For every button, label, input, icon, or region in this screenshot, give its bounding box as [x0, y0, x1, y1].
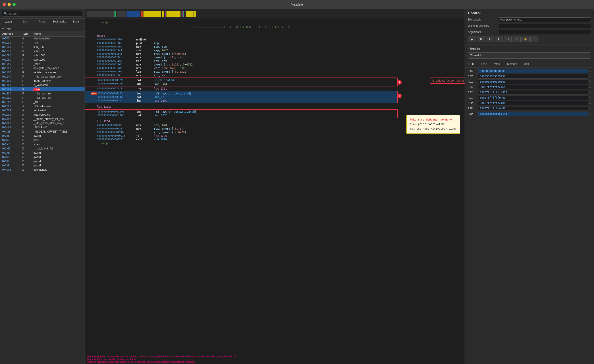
- reg-arrow-icon[interactable]: ○: [589, 107, 591, 110]
- debug-lightning[interactable]: ⚡: [521, 36, 529, 42]
- reg-value-input[interactable]: [478, 85, 588, 89]
- table-row[interactable]: 0x3fc8Dstrlen: [0, 142, 85, 147]
- tab-fpu[interactable]: FPU: [478, 61, 490, 67]
- table-row[interactable]: 0x1100Pregister_tm_clones: [0, 70, 85, 75]
- table-row[interactable]: 0x12a8P_fini: [0, 100, 85, 104]
- reg-value-input[interactable]: [478, 106, 588, 111]
- debug-more[interactable]: …: [530, 36, 539, 42]
- table-row[interactable]: 0x1070Psub_1070: [0, 49, 85, 53]
- tab-bkpts[interactable]: Bkpts: [68, 19, 85, 25]
- reg-value-input[interactable]: [478, 90, 588, 95]
- tab-deb[interactable]: Deb: [520, 61, 533, 67]
- table-row[interactable]: 0x1000P_init: [0, 41, 85, 45]
- table-row[interactable]: 0x12a0P__libc_csu_fini: [0, 96, 85, 100]
- cell-addr: 0x3fd8: [2, 151, 22, 154]
- table-row[interactable]: 0x1180Pframe_dummy: [0, 79, 85, 83]
- debug-pause[interactable]: ⏸: [477, 36, 485, 42]
- code-line-11e6: 000000000000011e6 mov rdi, rax: [85, 73, 398, 77]
- cell-name: frame_dummy: [34, 79, 82, 82]
- workdir-input[interactable]: [499, 24, 591, 28]
- arguments-row: Arguments: [468, 30, 591, 34]
- cell-name: _IO_stdin_used: [34, 105, 82, 108]
- cell-type: D: [22, 156, 34, 159]
- debug-restart[interactable]: ↺: [504, 36, 512, 42]
- code-line-11e2: 000000000000011e2 lea rax, qword [rbp-0x…: [85, 70, 398, 73]
- table-row[interactable]: 0x3fc0Dputs: [0, 138, 85, 142]
- debug-list[interactable]: ≡: [513, 36, 520, 42]
- table-row[interactable]: 0x1090Psub_1090: [0, 58, 85, 62]
- table-row[interactable]: 0x3ff8Dqword: [0, 163, 85, 168]
- table-row[interactable]: 0x2004AaActivated: [0, 109, 85, 113]
- debug-stepover[interactable]: ⬇: [486, 36, 494, 42]
- reg-row: RBX○: [465, 74, 594, 79]
- tab-strs[interactable]: Strs: [17, 19, 34, 25]
- cell-type: P: [22, 71, 34, 74]
- cell-name: qword: [34, 164, 82, 167]
- search-input-wrap[interactable]: 🔍: [2, 11, 83, 16]
- table-row[interactable]: 0x1230P__libc_csu_init: [0, 91, 85, 96]
- maximize-button[interactable]: [13, 3, 16, 6]
- table-row[interactable]: 0x11b9Pmain: [0, 87, 85, 91]
- reg-value-input[interactable]: [478, 74, 588, 79]
- badge-1: 1: [397, 80, 402, 85]
- table-row[interactable]: 0x500Aaltmderegistert: [0, 37, 85, 41]
- reg-arrow-icon[interactable]: ○: [589, 91, 591, 94]
- workdir-label: Working Directory: [468, 24, 497, 27]
- table-row[interactable]: 0x1189Pis_validated: [0, 83, 85, 87]
- tags-row[interactable]: ▶ Tags: [0, 25, 85, 31]
- table-row[interactable]: 0x10a0P_start: [0, 62, 85, 66]
- arguments-input[interactable]: [499, 30, 591, 34]
- minimize-button[interactable]: [7, 3, 11, 6]
- close-button[interactable]: [3, 3, 6, 6]
- reg-value-input[interactable]: [478, 112, 588, 116]
- cell-type: D: [22, 134, 34, 137]
- table-row[interactable]: 0x2000A_IO_stdin_used: [0, 104, 85, 109]
- table-row[interactable]: 0x1060Psub_1060: [0, 45, 85, 49]
- table-row[interactable]: 0x3fa8D_GLOBAL_OFFSET_TABLE_: [0, 130, 85, 134]
- reg-arrow-icon[interactable]: ○: [589, 75, 591, 78]
- cell-type: D: [22, 117, 34, 121]
- cell-name: altmderegistert: [34, 37, 82, 40]
- tab-gpr[interactable]: GPR: [465, 61, 478, 67]
- right-panel: Control Executable Working Directory Arg…: [465, 9, 594, 364]
- search-input[interactable]: [9, 12, 81, 15]
- reg-name-label: RSP: [468, 107, 477, 110]
- reg-name-label: RDI: [468, 96, 477, 99]
- tab-bookmarks[interactable]: Bookmarks: [51, 19, 68, 25]
- table-row[interactable]: 0x3db0D__do_global_dtors_aux_f: [0, 121, 85, 125]
- table-row[interactable]: 0x3da8D__frame_dummy_init_arr.: [0, 117, 85, 121]
- reg-arrow-icon[interactable]: ○: [589, 112, 591, 115]
- table-row[interactable]: 0x3db8D_DYNAMIC: [0, 125, 85, 130]
- reg-arrow-icon[interactable]: ○: [589, 102, 591, 105]
- table-row[interactable]: 0x3fe8Dqword: [0, 155, 85, 159]
- debug-play[interactable]: ▶: [468, 36, 476, 42]
- reg-arrow-icon[interactable]: ○: [589, 85, 591, 89]
- reg-value-input[interactable]: [478, 79, 588, 84]
- table-row[interactable]: 0x1080Psub_1080: [0, 53, 85, 58]
- reg-arrow-icon[interactable]: ○: [589, 80, 591, 83]
- reg-value-input[interactable]: [478, 101, 588, 105]
- table-row[interactable]: 0x1140P__do_global_dtors_aux: [0, 75, 85, 79]
- cell-name: sub_1080: [34, 54, 82, 57]
- tab-labels[interactable]: Labels: [0, 19, 17, 25]
- table-row[interactable]: 0x3fd0D__stack_chk_fail: [0, 147, 85, 151]
- reg-value-input[interactable]: [478, 96, 588, 100]
- table-row[interactable]: 0x3fb0Dqword: [0, 134, 85, 138]
- table-row[interactable]: 0x3ff0Dqword: [0, 159, 85, 163]
- reg-arrow-icon[interactable]: ○: [589, 96, 591, 99]
- reg-value-input[interactable]: [478, 69, 588, 73]
- table-row[interactable]: 0x4008Ddso_handle: [0, 168, 85, 172]
- table-row[interactable]: 0x200eAaNotActivated: [0, 113, 85, 117]
- reg-arrow-icon[interactable]: ○: [589, 70, 591, 73]
- tab-memory[interactable]: Memory: [504, 61, 520, 67]
- table-row[interactable]: 0x3fd8Dqword: [0, 151, 85, 155]
- table-row[interactable]: 0x10d0Pderegister_tm_clones: [0, 66, 85, 70]
- cell-addr: 0x500: [2, 37, 22, 40]
- cell-type: P: [22, 96, 34, 99]
- cell-name: _fini: [34, 100, 82, 104]
- executable-input[interactable]: [499, 17, 591, 22]
- tab-procs[interactable]: Procs: [34, 19, 51, 25]
- reg-name-label: RBP: [468, 102, 477, 105]
- tab-mmx[interactable]: MMX: [490, 61, 504, 67]
- debug-stepout[interactable]: ⬆: [495, 36, 503, 42]
